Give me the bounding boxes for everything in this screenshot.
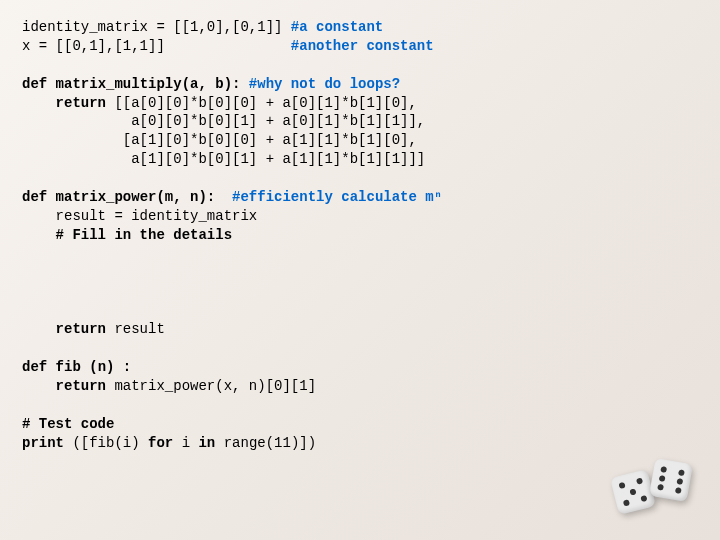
- comment: #another constant: [291, 38, 434, 54]
- code-line: # Test code: [22, 416, 114, 432]
- code-line: [a[1][0]*b[0][0] + a[1][1]*b[1][0],: [22, 132, 417, 148]
- code-line: a[0][0]*b[0][1] + a[0][1]*b[1][1]],: [22, 113, 425, 129]
- code-line: x = [[0,1],[1,1]]: [22, 38, 291, 54]
- comment: #a constant: [291, 19, 383, 35]
- die-icon: [610, 469, 656, 515]
- code-line: range(11)]): [215, 435, 316, 451]
- code-line: result = identity_matrix: [22, 208, 257, 224]
- dice-decoration: [610, 457, 700, 522]
- keyword-in: in: [198, 435, 215, 451]
- code-line: matrix_power(x, n)[0][1]: [106, 378, 316, 394]
- code-line: matrix_power(m, n):: [47, 189, 232, 205]
- code-line: [[a[0][0]*b[0][0] + a[0][1]*b[1][0],: [106, 95, 417, 111]
- keyword-def: def: [22, 189, 47, 205]
- code-line: a[1][0]*b[0][1] + a[1][1]*b[1][1]]]: [22, 151, 425, 167]
- code-block: identity_matrix = [[1,0],[0,1]] #a const…: [0, 0, 720, 472]
- keyword-print: print: [22, 435, 64, 451]
- code-line: fib (n) :: [47, 359, 131, 375]
- code-line: result: [106, 321, 165, 337]
- keyword-def: def: [22, 76, 47, 92]
- code-line: i: [173, 435, 198, 451]
- comment: #why not do loops?: [249, 76, 400, 92]
- code-line: matrix_multiply(a, b):: [47, 76, 249, 92]
- keyword-def: def: [22, 359, 47, 375]
- code-line: ([fib(i): [64, 435, 148, 451]
- code-line: # Fill in the details: [22, 227, 232, 243]
- code-line: identity_matrix = [[1,0],[0,1]]: [22, 19, 291, 35]
- comment: #efficiently calculate mⁿ: [232, 189, 442, 205]
- keyword-for: for: [148, 435, 173, 451]
- die-icon: [649, 458, 693, 502]
- keyword-return: return: [22, 321, 106, 337]
- keyword-return: return: [22, 378, 106, 394]
- keyword-return: return: [22, 95, 106, 111]
